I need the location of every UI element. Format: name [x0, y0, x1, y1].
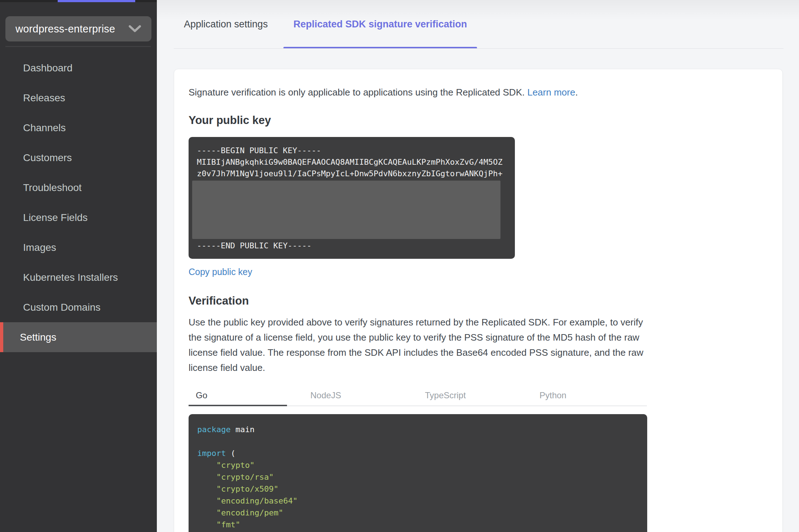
app-selector-value: wordpress-enterprise: [16, 23, 115, 35]
sidebar-item-settings[interactable]: Settings: [0, 322, 157, 352]
tabbar-divider: [174, 48, 783, 49]
sidebar-item-channels[interactable]: Channels: [0, 113, 157, 143]
code-line: package main: [197, 424, 647, 435]
sidebar-item-troubleshoot[interactable]: Troubleshoot: [0, 173, 157, 203]
code-line: "encoding/pem": [197, 507, 647, 519]
tab-replicated-sdk-signature-verification[interactable]: Replicated SDK signature verification: [293, 0, 467, 49]
public-key-line: MIIBIjANBgkqhkiG9w0BAQEFAAOCAQ8AMIIBCgKC…: [197, 156, 515, 168]
intro-text-main: Signature verification is only applicabl…: [189, 87, 527, 98]
code-language-tabs: GoNodeJSTypeScriptPython: [189, 385, 647, 406]
code-line: "fmt": [197, 519, 647, 531]
verification-heading: Verification: [189, 294, 768, 307]
intro-text: Signature verification is only applicabl…: [189, 85, 650, 99]
code-tab-typescript[interactable]: TypeScript: [418, 385, 533, 405]
code-line: ): [197, 531, 647, 532]
sidebar: wordpress-enterprise DashboardReleasesCh…: [0, 0, 157, 532]
public-key-line: -----END PUBLIC KEY-----: [197, 240, 515, 252]
public-key-line: -----BEGIN PUBLIC KEY-----: [197, 145, 515, 156]
sidebar-item-dashboard[interactable]: Dashboard: [0, 53, 157, 83]
code-line: "crypto": [197, 459, 647, 471]
sidebar-item-custom-domains[interactable]: Custom Domains: [0, 292, 157, 322]
learn-more-link[interactable]: Learn more: [527, 87, 575, 98]
code-line: import (: [197, 447, 647, 459]
code-line: "crypto/rsa": [197, 471, 647, 483]
code-line: [197, 435, 647, 447]
public-key-line: z0v7Jh7M1NgV1joeu9l1/IaCPsMpyIcL+Dnw5Pdv…: [197, 168, 515, 179]
public-key-heading: Your public key: [189, 114, 768, 127]
sidebar-item-releases[interactable]: Releases: [0, 83, 157, 113]
sidebar-item-license-fields[interactable]: License Fields: [0, 203, 157, 232]
main-area: Application settingsReplicated SDK signa…: [157, 0, 799, 532]
app-selector[interactable]: wordpress-enterprise: [5, 16, 151, 41]
verification-body: Use the public key provided above to ver…: [189, 315, 647, 375]
code-tab-go[interactable]: Go: [189, 385, 303, 405]
top-accent-bar: [58, 0, 135, 2]
code-tab-nodejs[interactable]: NodeJS: [303, 385, 418, 405]
sidebar-item-kubernetes-installers[interactable]: Kubernetes Installers: [0, 262, 157, 292]
code-tab-python[interactable]: Python: [532, 385, 647, 405]
code-line: "crypto/x509": [197, 483, 647, 495]
sidebar-item-customers[interactable]: Customers: [0, 143, 157, 173]
public-key-block: -----BEGIN PUBLIC KEY----- MIIBIjANBgkqh…: [189, 137, 515, 259]
sidebar-item-images[interactable]: Images: [0, 232, 157, 262]
top-strip: [0, 0, 157, 2]
intro-text-suffix: .: [575, 87, 578, 98]
chevron-down-icon: [128, 25, 141, 33]
code-block: package main import ( "crypto" "crypto/r…: [189, 414, 647, 532]
sidebar-divider: [5, 46, 151, 47]
sidebar-nav: DashboardReleasesChannelsCustomersTroubl…: [0, 53, 157, 352]
copy-public-key-link[interactable]: Copy public key: [189, 267, 252, 277]
public-key-redacted-overlay: [192, 181, 500, 239]
code-line: "encoding/base64": [197, 495, 647, 507]
sdk-verification-card: Signature verification is only applicabl…: [174, 69, 783, 532]
tab-application-settings[interactable]: Application settings: [184, 0, 268, 49]
settings-tabbar: Application settingsReplicated SDK signa…: [184, 0, 467, 49]
